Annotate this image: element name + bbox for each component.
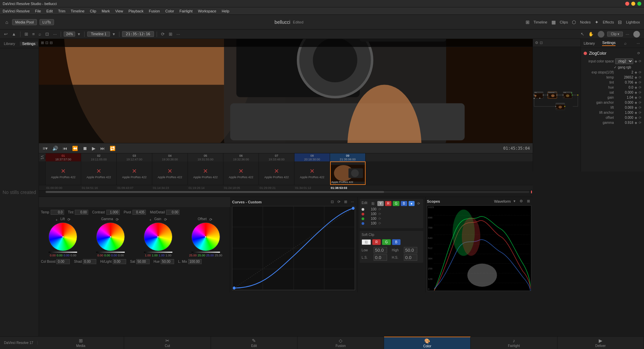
zoom-icon[interactable]: ▾ <box>76 31 82 37</box>
preview-settings-icon[interactable]: ⊞ <box>41 41 44 45</box>
maximize-icon[interactable] <box>637 2 641 6</box>
undo-icon[interactable]: ↩ <box>3 31 9 37</box>
node-fit-icon[interactable]: ⊡ <box>540 41 543 45</box>
gamma-wheel-slider[interactable] <box>96 252 125 253</box>
stop-icon[interactable]: ⏹ <box>82 146 88 151</box>
tab-media[interactable]: ⊞ Media <box>38 337 124 349</box>
clips-label[interactable]: Clips <box>560 20 568 24</box>
play-icon[interactable]: ▶ <box>91 146 97 151</box>
cs-reset[interactable]: ⟳ <box>639 59 641 63</box>
channel-r-btn[interactable]: R <box>385 201 391 206</box>
menu-view[interactable]: View <box>115 9 123 13</box>
scope-type-arrow[interactable]: ▾ <box>512 198 517 204</box>
nodes-icon[interactable]: ⬡ <box>571 19 577 26</box>
sat-diamond[interactable]: ◆ <box>635 91 637 94</box>
library-tab[interactable]: Library <box>584 41 595 45</box>
tab-edit[interactable]: ✎ Edit <box>211 337 298 349</box>
temp-reset[interactable]: ⟳ <box>639 76 641 79</box>
gain-wheel[interactable] <box>144 222 172 251</box>
channel-reset-blue[interactable]: ⟳ <box>378 221 381 225</box>
search-icon[interactable]: ⌕ <box>37 31 43 37</box>
extra-options-icon[interactable]: ··· <box>624 31 631 37</box>
tab-fusion[interactable]: ◇ Fusion <box>298 337 384 349</box>
effects-label[interactable]: Effects <box>603 20 614 24</box>
gain-anchor-diamond[interactable]: ◆ <box>635 101 637 104</box>
gain-add-icon[interactable]: + <box>148 217 153 222</box>
gain-reset[interactable]: ⟳ <box>639 96 641 99</box>
sc-high-input[interactable] <box>404 247 417 253</box>
timeline-name-btn[interactable]: Timeline 1 <box>87 32 110 37</box>
gain-wheel-slider[interactable] <box>144 252 172 253</box>
panel-more-icon[interactable]: ··· <box>635 40 641 46</box>
tint-reset[interactable]: ⟳ <box>639 81 641 84</box>
more2-icon[interactable]: ··· <box>175 31 181 37</box>
sc-low-input[interactable] <box>374 247 387 253</box>
param-pivot-input[interactable] <box>132 210 146 215</box>
skip-start-icon[interactable]: ⏮ <box>62 146 68 151</box>
lift-anchor-diamond[interactable]: ◆ <box>635 111 637 114</box>
menu-timeline[interactable]: Timeline <box>71 9 85 13</box>
param-tint-input[interactable] <box>75 210 88 215</box>
effects-icon[interactable]: ✦ <box>593 19 600 26</box>
clips-icon[interactable]: ▦ <box>550 19 557 26</box>
curves-reset-icon[interactable]: ⟳ <box>336 199 342 205</box>
node-reset-icon[interactable]: ⟳ <box>636 51 641 56</box>
preview-zoom-icon[interactable]: ⊡ <box>45 41 48 45</box>
timeline-switch-icon[interactable]: ⊞ <box>524 19 531 26</box>
timeline-clip-6[interactable]: ✕ Apple ProRes 422 <box>223 161 259 185</box>
lightbox-label[interactable]: Lightbox <box>626 20 640 24</box>
hand-icon[interactable]: ✋ <box>587 31 595 37</box>
timeline-clip-3[interactable]: ✕ Apple ProRes 422 <box>117 161 152 185</box>
temp-diamond[interactable]: ◆ <box>635 76 637 79</box>
timeline-label[interactable]: Timeline <box>534 20 547 24</box>
exp-diamond[interactable]: ◆ <box>635 70 637 74</box>
clip-header-6[interactable]: 06 19:32:36:00 <box>223 153 259 161</box>
curves-expand-icon[interactable]: ⊡ <box>329 199 335 205</box>
lightbox-icon[interactable]: ⊟ <box>616 19 623 26</box>
tab-library[interactable]: Library <box>0 42 19 46</box>
tab-settings[interactable]: Settings <box>19 42 39 46</box>
menu-color[interactable]: Color <box>165 9 174 13</box>
clip-header-3[interactable]: 03 19:12:47:00 <box>117 153 152 161</box>
hilight-input[interactable] <box>113 259 126 264</box>
timeline-clip-7[interactable]: ✕ Apple ProRes 422 <box>259 161 294 185</box>
gamma-reset[interactable]: ⟳ <box>639 121 641 124</box>
gamma-wheel[interactable] <box>96 222 125 251</box>
param-mid-input[interactable] <box>166 210 179 215</box>
menu-playback[interactable]: Playback <box>128 9 144 13</box>
lmix-input[interactable] <box>188 259 202 264</box>
colboost-input[interactable] <box>56 259 70 264</box>
channel-all-btn[interactable]: ● <box>409 201 415 206</box>
clip-header-2[interactable]: 02 19:11:05:00 <box>81 153 117 161</box>
menu-mark[interactable]: Mark <box>102 9 110 13</box>
lift-wheel[interactable] <box>49 222 77 251</box>
timeline-clip-9[interactable]: Apple ProRes 422 <box>330 161 366 185</box>
skip-end-icon[interactable]: ⏭ <box>99 146 106 151</box>
clip-header-8[interactable]: 08 20:18:30:00 <box>294 153 330 161</box>
menu-clip[interactable]: Clip <box>90 9 96 13</box>
channel-b-btn[interactable]: B <box>401 201 407 206</box>
edit-link-icon[interactable]: ⛓ <box>370 201 376 206</box>
timeline-clip-5[interactable]: ✕ Apple ProRes 422 <box>188 161 223 185</box>
minimize-icon[interactable] <box>631 2 635 6</box>
preview-fit-icon[interactable]: ⊟ <box>50 41 53 45</box>
sc-red-btn[interactable]: R <box>372 239 381 245</box>
menu-help[interactable]: Help <box>222 9 229 13</box>
sc-ls-input[interactable] <box>374 254 387 261</box>
hue-reset[interactable]: ⟳ <box>639 86 641 89</box>
timeline-clip-2[interactable]: ✕ Apple ProRes 422 <box>81 161 117 185</box>
more-icon[interactable]: ··· <box>52 31 58 37</box>
sc-blue-btn[interactable]: B <box>392 239 400 245</box>
luts-btn[interactable]: LUTs <box>40 19 54 25</box>
lift-add-icon[interactable]: + <box>54 217 59 222</box>
list-icon[interactable]: ≡ <box>31 31 36 37</box>
refresh-icon[interactable]: ⟳ <box>160 31 166 37</box>
step-back-icon[interactable]: ⏪ <box>71 146 79 151</box>
settings-tab[interactable]: Settings <box>602 41 615 46</box>
exp-reset[interactable]: ⟳ <box>639 70 641 74</box>
scrollbar-thumb[interactable] <box>46 191 384 193</box>
cs-diamond[interactable]: ◆ <box>635 59 637 63</box>
timeline-clip-8[interactable]: ✕ Apple ProRes 422 <box>294 161 330 185</box>
home-icon[interactable]: ⌂ <box>4 19 9 26</box>
gamma-reset-icon[interactable]: ⟳ <box>114 217 120 222</box>
